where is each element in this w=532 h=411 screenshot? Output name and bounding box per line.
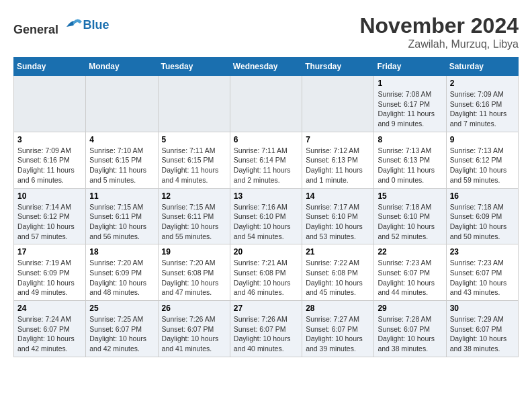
day-info: Sunrise: 7:20 AMSunset: 6:08 PMDaylight:…: [162, 258, 226, 298]
day-number: 10: [17, 191, 82, 201]
calendar-day-cell: 22Sunrise: 7:23 AMSunset: 6:07 PMDayligh…: [374, 244, 446, 301]
day-info: Sunrise: 7:21 AMSunset: 6:08 PMDaylight:…: [234, 258, 298, 298]
day-number: 20: [234, 247, 298, 257]
day-number: 19: [162, 247, 226, 257]
logo: General Blue: [13, 13, 109, 37]
weekday-header: Wednesday: [230, 58, 302, 76]
day-info: Sunrise: 7:27 AMSunset: 6:07 PMDaylight:…: [306, 314, 370, 354]
day-number: 25: [89, 304, 154, 313]
day-number: 18: [89, 247, 154, 257]
day-number: 2: [450, 79, 515, 88]
title-block: November 2024 Zawilah, Murzuq, Libya: [359, 13, 519, 50]
calendar-day-cell: 3Sunrise: 7:09 AMSunset: 6:16 PMDaylight…: [14, 132, 86, 188]
day-number: 7: [306, 135, 370, 144]
day-number: 17: [17, 247, 82, 257]
calendar-day-cell: [158, 76, 230, 132]
calendar-day-cell: 1Sunrise: 7:08 AMSunset: 6:17 PMDaylight…: [374, 76, 446, 132]
day-info: Sunrise: 7:16 AMSunset: 6:10 PMDaylight:…: [234, 202, 298, 242]
calendar-day-cell: [302, 76, 374, 132]
calendar-day-cell: 24Sunrise: 7:24 AMSunset: 6:07 PMDayligh…: [14, 301, 86, 357]
calendar-header-row: SundayMondayTuesdayWednesdayThursdayFrid…: [14, 58, 519, 76]
calendar-day-cell: 7Sunrise: 7:12 AMSunset: 6:13 PMDaylight…: [302, 132, 374, 188]
day-info: Sunrise: 7:29 AMSunset: 6:07 PMDaylight:…: [450, 314, 515, 354]
calendar-day-cell: 11Sunrise: 7:15 AMSunset: 6:11 PMDayligh…: [86, 188, 158, 244]
logo-general: General: [13, 23, 58, 36]
day-number: 1: [378, 79, 442, 88]
calendar-day-cell: 9Sunrise: 7:13 AMSunset: 6:12 PMDaylight…: [446, 132, 518, 188]
weekday-header: Tuesday: [158, 58, 230, 76]
weekday-header: Sunday: [14, 58, 86, 76]
day-info: Sunrise: 7:23 AMSunset: 6:07 PMDaylight:…: [378, 258, 442, 298]
calendar-day-cell: 23Sunrise: 7:23 AMSunset: 6:07 PMDayligh…: [446, 244, 518, 301]
calendar-day-cell: 2Sunrise: 7:09 AMSunset: 6:16 PMDaylight…: [446, 76, 518, 132]
day-number: 11: [89, 191, 154, 201]
calendar-day-cell: 19Sunrise: 7:20 AMSunset: 6:08 PMDayligh…: [158, 244, 230, 301]
weekday-header: Thursday: [302, 58, 374, 76]
day-info: Sunrise: 7:13 AMSunset: 6:12 PMDaylight:…: [450, 146, 515, 185]
calendar-day-cell: 15Sunrise: 7:18 AMSunset: 6:10 PMDayligh…: [374, 188, 446, 244]
day-number: 24: [17, 304, 82, 313]
weekday-header: Saturday: [446, 58, 518, 76]
calendar-day-cell: 13Sunrise: 7:16 AMSunset: 6:10 PMDayligh…: [230, 188, 302, 244]
day-info: Sunrise: 7:12 AMSunset: 6:13 PMDaylight:…: [306, 146, 370, 185]
calendar-week-row: 3Sunrise: 7:09 AMSunset: 6:16 PMDaylight…: [14, 132, 519, 188]
day-info: Sunrise: 7:11 AMSunset: 6:15 PMDaylight:…: [162, 146, 226, 185]
day-info: Sunrise: 7:13 AMSunset: 6:13 PMDaylight:…: [378, 146, 442, 185]
day-number: 6: [234, 135, 298, 144]
day-number: 27: [234, 304, 298, 313]
day-info: Sunrise: 7:15 AMSunset: 6:11 PMDaylight:…: [162, 202, 226, 242]
day-number: 26: [162, 304, 226, 313]
day-number: 13: [234, 191, 298, 201]
calendar-day-cell: 10Sunrise: 7:14 AMSunset: 6:12 PMDayligh…: [14, 188, 86, 244]
calendar-day-cell: [230, 76, 302, 132]
day-info: Sunrise: 7:14 AMSunset: 6:12 PMDaylight:…: [17, 202, 82, 242]
day-info: Sunrise: 7:09 AMSunset: 6:16 PMDaylight:…: [450, 89, 515, 129]
calendar-week-row: 17Sunrise: 7:19 AMSunset: 6:09 PMDayligh…: [14, 244, 519, 301]
day-number: 8: [378, 135, 442, 144]
day-number: 15: [378, 191, 442, 201]
calendar-week-row: 10Sunrise: 7:14 AMSunset: 6:12 PMDayligh…: [14, 188, 519, 244]
day-number: 29: [378, 304, 442, 313]
calendar-day-cell: 4Sunrise: 7:10 AMSunset: 6:15 PMDaylight…: [86, 132, 158, 188]
calendar-day-cell: 21Sunrise: 7:22 AMSunset: 6:08 PMDayligh…: [302, 244, 374, 301]
calendar-week-row: 24Sunrise: 7:24 AMSunset: 6:07 PMDayligh…: [14, 301, 519, 357]
weekday-header: Monday: [86, 58, 158, 76]
day-number: 12: [162, 191, 226, 201]
day-info: Sunrise: 7:26 AMSunset: 6:07 PMDaylight:…: [162, 314, 226, 354]
calendar-table: SundayMondayTuesdayWednesdayThursdayFrid…: [13, 57, 519, 357]
day-number: 22: [378, 247, 442, 257]
logo-icon: [63, 13, 83, 34]
day-info: Sunrise: 7:09 AMSunset: 6:16 PMDaylight:…: [17, 146, 82, 185]
day-info: Sunrise: 7:20 AMSunset: 6:09 PMDaylight:…: [89, 258, 154, 298]
day-number: 3: [17, 135, 82, 144]
calendar-day-cell: 18Sunrise: 7:20 AMSunset: 6:09 PMDayligh…: [86, 244, 158, 301]
calendar-day-cell: [86, 76, 158, 132]
day-number: 4: [89, 135, 154, 144]
day-info: Sunrise: 7:22 AMSunset: 6:08 PMDaylight:…: [306, 258, 370, 298]
day-number: 5: [162, 135, 226, 144]
day-info: Sunrise: 7:11 AMSunset: 6:14 PMDaylight:…: [234, 146, 298, 185]
calendar-day-cell: 20Sunrise: 7:21 AMSunset: 6:08 PMDayligh…: [230, 244, 302, 301]
calendar-day-cell: 27Sunrise: 7:26 AMSunset: 6:07 PMDayligh…: [230, 301, 302, 357]
day-number: 28: [306, 304, 370, 313]
day-number: 21: [306, 247, 370, 257]
day-info: Sunrise: 7:26 AMSunset: 6:07 PMDaylight:…: [234, 314, 298, 354]
logo-blue: Blue: [83, 18, 109, 32]
day-info: Sunrise: 7:24 AMSunset: 6:07 PMDaylight:…: [17, 314, 82, 354]
day-info: Sunrise: 7:10 AMSunset: 6:15 PMDaylight:…: [89, 146, 154, 185]
day-info: Sunrise: 7:18 AMSunset: 6:10 PMDaylight:…: [378, 202, 442, 242]
calendar-day-cell: 8Sunrise: 7:13 AMSunset: 6:13 PMDaylight…: [374, 132, 446, 188]
day-number: 16: [450, 191, 515, 201]
location-title: Zawilah, Murzuq, Libya: [359, 38, 519, 50]
day-info: Sunrise: 7:17 AMSunset: 6:10 PMDaylight:…: [306, 202, 370, 242]
calendar-day-cell: 12Sunrise: 7:15 AMSunset: 6:11 PMDayligh…: [158, 188, 230, 244]
calendar-day-cell: 16Sunrise: 7:18 AMSunset: 6:09 PMDayligh…: [446, 188, 518, 244]
day-info: Sunrise: 7:23 AMSunset: 6:07 PMDaylight:…: [450, 258, 515, 298]
calendar-day-cell: 6Sunrise: 7:11 AMSunset: 6:14 PMDaylight…: [230, 132, 302, 188]
day-info: Sunrise: 7:19 AMSunset: 6:09 PMDaylight:…: [17, 258, 82, 298]
calendar-day-cell: 17Sunrise: 7:19 AMSunset: 6:09 PMDayligh…: [14, 244, 86, 301]
day-info: Sunrise: 7:28 AMSunset: 6:07 PMDaylight:…: [378, 314, 442, 354]
calendar-day-cell: 25Sunrise: 7:25 AMSunset: 6:07 PMDayligh…: [86, 301, 158, 357]
month-title: November 2024: [359, 13, 519, 38]
calendar-day-cell: 14Sunrise: 7:17 AMSunset: 6:10 PMDayligh…: [302, 188, 374, 244]
